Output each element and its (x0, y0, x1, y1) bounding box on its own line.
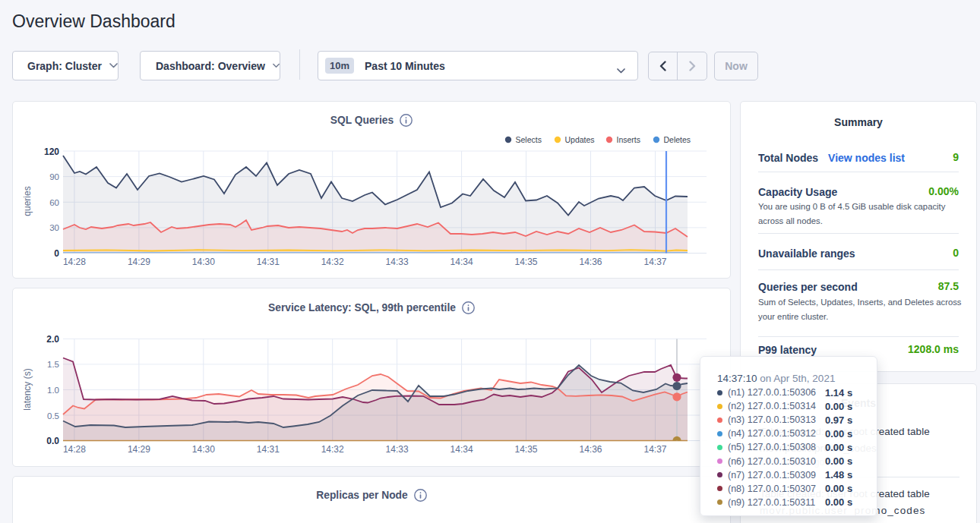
svg-text:14:37: 14:37 (643, 257, 666, 267)
svg-text:14:35: 14:35 (514, 257, 537, 267)
svg-text:14:28: 14:28 (63, 444, 86, 455)
svg-text:14:34: 14:34 (450, 257, 473, 267)
svg-text:90: 90 (49, 172, 59, 181)
svg-text:14:32: 14:32 (321, 444, 344, 455)
svg-text:120: 120 (44, 147, 59, 157)
svg-text:60: 60 (49, 198, 59, 207)
svg-text:14:36: 14:36 (579, 444, 602, 455)
svg-text:14:31: 14:31 (257, 444, 280, 455)
svg-text:latency (s): latency (s) (22, 368, 33, 410)
svg-text:queries: queries (22, 186, 33, 216)
svg-text:0.0: 0.0 (46, 436, 59, 446)
svg-text:1.0: 1.0 (47, 386, 59, 395)
svg-text:Inserts: Inserts (617, 135, 641, 144)
svg-text:Selects: Selects (516, 135, 542, 144)
svg-text:14:35: 14:35 (514, 444, 537, 455)
svg-text:Updates: Updates (565, 135, 595, 144)
svg-text:30: 30 (49, 223, 59, 232)
svg-text:14:30: 14:30 (192, 257, 215, 267)
svg-text:14:33: 14:33 (386, 444, 409, 455)
svg-text:1.5: 1.5 (47, 360, 59, 369)
svg-text:14:32: 14:32 (321, 257, 344, 267)
svg-text:2.0: 2.0 (46, 334, 59, 345)
svg-text:14:29: 14:29 (128, 444, 150, 455)
svg-text:14:33: 14:33 (386, 257, 409, 267)
svg-text:0: 0 (54, 248, 59, 259)
svg-text:14:29: 14:29 (128, 257, 150, 267)
svg-text:14:31: 14:31 (257, 257, 280, 267)
svg-text:14:34: 14:34 (450, 444, 473, 455)
svg-text:0.5: 0.5 (47, 411, 59, 421)
svg-text:14:36: 14:36 (579, 257, 602, 267)
svg-text:14:30: 14:30 (192, 444, 215, 455)
svg-text:14:28: 14:28 (63, 257, 86, 267)
svg-text:14:37: 14:37 (643, 444, 666, 455)
svg-text:Deletes: Deletes (664, 135, 691, 144)
